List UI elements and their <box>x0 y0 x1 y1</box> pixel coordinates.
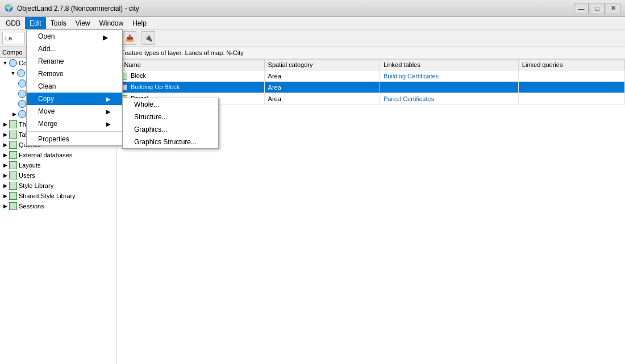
menu-move-label: Move <box>38 107 55 115</box>
cell-linked-selected <box>380 82 518 93</box>
globe-icon-logo <box>18 90 26 98</box>
expand-icon[interactable]: ▼ <box>1 59 9 67</box>
panel-header-label: Compo <box>2 49 22 56</box>
globe-icon-ncity <box>17 69 25 77</box>
menu-item-merge[interactable]: Merge ▶ <box>27 118 122 130</box>
expand-themes-icon[interactable]: ▶ <box>1 120 9 128</box>
cell-name-selected: Building Up Block <box>117 82 265 93</box>
menu-copy-label: Copy <box>38 95 54 103</box>
submenu-item-whole[interactable]: Whole... <box>123 98 218 111</box>
globe-icon-geocoding <box>18 100 26 108</box>
table-icon-style <box>9 182 17 190</box>
layer-combo[interactable]: La <box>2 32 25 44</box>
tree-item-sessions[interactable]: ▶ Sessions <box>0 201 116 211</box>
menu-add-label: Add... <box>38 45 56 53</box>
maximize-button[interactable]: □ <box>590 3 605 14</box>
menu-properties-label: Properties <box>38 135 69 143</box>
app-icon: 🌍 <box>5 4 14 13</box>
tree-item-users[interactable]: ▶ Users <box>0 170 116 181</box>
tree-item-shared-style[interactable]: ▶ Shared Style Library <box>0 191 116 201</box>
menu-item-add[interactable]: Add... <box>27 43 122 55</box>
copy-submenu-arrow: ▶ <box>106 96 111 102</box>
cell-spatial-selected: Area <box>264 82 380 93</box>
menu-item-copy[interactable]: Copy ▶ <box>27 93 122 105</box>
cell-linked-tables: Building Certificates <box>380 70 518 82</box>
titlebar: 🌍 ObjectLand 2.7.8 (Noncommercial) - cit… <box>0 0 625 17</box>
menu-window[interactable]: Window <box>95 17 128 29</box>
menu-item-rename[interactable]: Rename <box>27 55 122 68</box>
col-header-spatial: Spatial category <box>264 60 380 70</box>
submenu-item-graphics[interactable]: Graphics... <box>123 123 218 136</box>
menu-remove-label: Remove <box>38 70 64 78</box>
table-row-selected[interactable]: Building Up Block Area <box>117 82 625 93</box>
col-header-linked-tables: Linked tables <box>380 60 518 70</box>
expand-extdb-icon[interactable]: ▶ <box>1 151 9 159</box>
cell-linked-parcel: Parcel Certificates <box>380 93 518 104</box>
tree-label-sessions: Sessions <box>19 203 44 210</box>
menu-item-open[interactable]: Open ▶ <box>27 30 122 43</box>
layer-info-text: Feature types of layer: Lands of map: N-… <box>121 49 244 56</box>
move-submenu-arrow: ▶ <box>106 108 111 115</box>
close-button[interactable]: ✕ <box>606 3 620 14</box>
cell-linked-queries <box>518 70 624 82</box>
submenu-item-graphics-structure[interactable]: Graphics Structure... <box>123 136 218 148</box>
col-header-linked-queries: Linked queries <box>518 60 624 70</box>
cell-spatial: Area <box>264 70 380 82</box>
menu-edit[interactable]: Edit <box>25 17 46 29</box>
table-icon-extdb <box>9 151 17 159</box>
menu-help[interactable]: Help <box>128 17 151 29</box>
menu-item-move[interactable]: Move ▶ <box>27 105 122 118</box>
expand-style-icon[interactable]: ▶ <box>1 182 9 190</box>
connect-button[interactable]: 🔌 <box>141 31 155 45</box>
table-icon-shared <box>9 192 17 200</box>
table-icon-layouts <box>9 161 17 169</box>
expand-region-icon[interactable]: ▶ <box>10 110 18 118</box>
tree-label-layouts: Layouts <box>19 162 41 169</box>
window-controls: — □ ✕ <box>574 3 620 14</box>
menu-view[interactable]: View <box>71 17 95 29</box>
window-title: ObjectLand 2.7.8 (Noncommercial) - city <box>17 5 574 12</box>
table-icon-queries <box>9 141 17 149</box>
globe-icon-region <box>18 110 26 118</box>
expand-layouts-icon[interactable]: ▶ <box>1 161 9 169</box>
table-icon-themes <box>9 120 17 128</box>
submenu-whole-label: Whole... <box>134 101 159 108</box>
submenu-graphics-structure-label: Graphics Structure... <box>134 138 197 146</box>
table-icon-users <box>9 171 17 179</box>
cell-spatial-parcel: Area <box>264 93 380 104</box>
menu-gdb[interactable]: GDB <box>1 17 25 29</box>
menubar: GDB Edit Tools View Window Help <box>0 17 625 30</box>
table-row[interactable]: Block Area Building Certificates <box>117 70 625 82</box>
expand-queries-icon[interactable]: ▶ <box>1 141 9 149</box>
toolbar-separator-3 <box>139 32 139 44</box>
merge-submenu-arrow: ▶ <box>106 121 111 127</box>
expand-tables-icon[interactable]: ▶ <box>1 131 9 139</box>
right-panel: Feature types of layer: Lands of map: N-… <box>116 47 625 364</box>
tree-item-style-lib[interactable]: ▶ Style Library <box>0 181 116 191</box>
menu-merge-label: Merge <box>38 120 57 128</box>
expand-users-icon[interactable]: ▶ <box>1 171 9 179</box>
menu-rename-label: Rename <box>38 57 64 65</box>
submenu-item-structure[interactable]: Structure... <box>123 111 218 123</box>
menu-item-properties[interactable]: Properties <box>27 133 122 145</box>
open-arrow: ▶ <box>103 34 111 39</box>
submenu-structure-label: Structure... <box>134 113 168 121</box>
menu-separator <box>27 131 122 132</box>
expand-sessions-icon[interactable]: ▶ <box>1 202 9 210</box>
menu-tools[interactable]: Tools <box>46 17 71 29</box>
menu-item-remove[interactable]: Remove <box>27 68 122 80</box>
panel-info: Feature types of layer: Lands of map: N-… <box>116 47 625 59</box>
tree-item-layouts[interactable]: ▶ Layouts <box>0 160 116 170</box>
table-icon-sessions <box>9 202 17 210</box>
col-header-name: +Name <box>117 60 265 70</box>
cell-name: Block <box>117 70 265 82</box>
export-button[interactable]: 📤 <box>123 31 136 45</box>
menu-item-clean[interactable]: Clean <box>27 80 122 93</box>
globe-icon <box>9 59 17 67</box>
expand-ncity-icon[interactable]: ▼ <box>9 69 17 77</box>
tree-item-extdb[interactable]: ▶ External databases <box>0 150 116 160</box>
submenu-graphics-label: Graphics... <box>134 125 167 133</box>
globe-icon-streets <box>18 80 26 87</box>
minimize-button[interactable]: — <box>574 3 589 14</box>
expand-shared-icon[interactable]: ▶ <box>1 192 9 200</box>
